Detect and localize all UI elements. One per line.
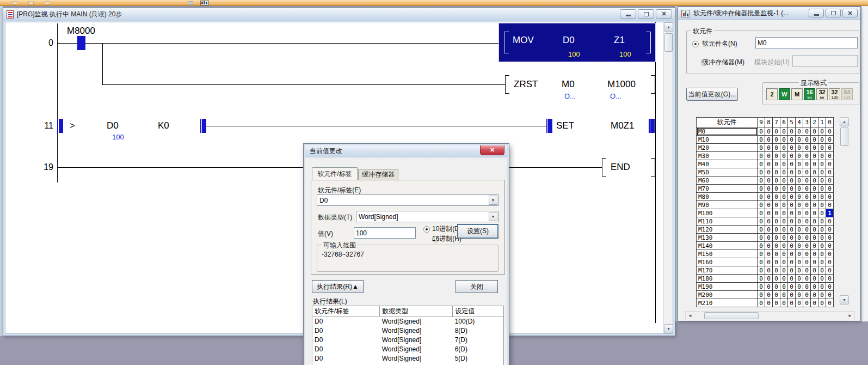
bit-value-cell[interactable]: 0 — [796, 226, 803, 234]
bit-value-cell[interactable]: 0 — [811, 209, 818, 217]
bit-value-cell[interactable]: 0 — [765, 275, 773, 283]
device-name-radio-label[interactable]: 软元件名(N) — [702, 39, 737, 48]
device-combobox[interactable]: D0 ▼ — [317, 194, 498, 206]
bit-value-cell[interactable]: 0 — [765, 193, 773, 201]
monitor-chart-icon[interactable] — [200, 1, 209, 5]
toolbar-icon[interactable] — [188, 1, 193, 5]
bit-value-cell[interactable]: 0 — [803, 275, 811, 283]
bit-value-cell[interactable]: 0 — [811, 299, 818, 307]
format-2-button[interactable]: 2 — [766, 88, 778, 100]
bit-value-cell[interactable]: 0 — [773, 283, 780, 291]
set-bracket-right-icon[interactable] — [649, 119, 655, 133]
bit-value-cell[interactable]: 0 — [788, 193, 796, 201]
bit-value-cell[interactable]: 0 — [758, 217, 765, 226]
decimal-radio[interactable] — [423, 226, 430, 233]
bit-value-cell[interactable]: 0 — [773, 242, 780, 250]
bit-value-cell[interactable]: 0 — [780, 226, 788, 234]
bit-value-cell[interactable]: 0 — [796, 234, 803, 242]
bit-value-cell[interactable]: 0 — [826, 226, 834, 234]
restore-icon[interactable] — [638, 9, 654, 19]
device-name-cell[interactable]: M70 — [697, 185, 758, 193]
bit-value-cell[interactable]: 0 — [818, 250, 826, 258]
bit-value-cell[interactable]: 0 — [811, 185, 818, 193]
bit-value-cell[interactable]: 0 — [826, 217, 834, 226]
table-scrollbar-thumb[interactable] — [840, 127, 848, 146]
bit-value-cell[interactable]: 0 — [758, 266, 765, 275]
bit-value-cell[interactable]: 0 — [818, 160, 826, 168]
change-current-value-button[interactable]: 当前值更改(G)... — [686, 88, 738, 101]
bit-value-cell[interactable]: 0 — [788, 217, 796, 226]
bit-value-cell[interactable]: 0 — [803, 242, 811, 250]
bit-value-cell[interactable]: 0 — [788, 209, 796, 217]
table-scroll-down-icon[interactable]: ▼ — [840, 295, 849, 305]
bit-value-cell[interactable]: 0 — [765, 283, 773, 291]
bit-value-cell[interactable]: 0 — [758, 258, 765, 266]
bit-value-cell[interactable]: 0 — [803, 185, 811, 193]
bit-value-cell[interactable]: 0 — [773, 144, 780, 152]
bit-value-cell[interactable]: 0 — [818, 168, 826, 177]
bit-value-cell[interactable]: 0 — [758, 168, 765, 177]
bit-value-cell[interactable]: 0 — [796, 177, 803, 185]
toolbar-icon[interactable] — [12, 1, 17, 5]
bit-value-cell[interactable]: 0 — [773, 266, 780, 275]
result-column-header[interactable]: 软元件/标签 — [312, 306, 380, 317]
device-name-cell[interactable]: M140 — [697, 242, 758, 250]
format-16-bit-button[interactable]: 16bit — [804, 88, 815, 100]
bit-value-cell[interactable]: 0 — [780, 209, 788, 217]
bit-value-cell[interactable]: 0 — [780, 275, 788, 283]
bit-value-cell[interactable]: 0 — [765, 127, 773, 136]
bit-value-cell[interactable]: 0 — [796, 266, 803, 275]
device-name-cell[interactable]: M190 — [697, 283, 758, 291]
bit-value-cell[interactable]: 0 — [773, 160, 780, 168]
bit-value-cell[interactable]: 0 — [788, 234, 796, 242]
bit-value-cell[interactable]: 0 — [780, 250, 788, 258]
bit-value-cell[interactable]: 0 — [803, 234, 811, 242]
bit-value-cell[interactable]: 0 — [826, 193, 834, 201]
bit-value-cell[interactable]: 0 — [803, 152, 811, 160]
bit-value-cell[interactable]: 0 — [788, 185, 796, 193]
bit-value-cell[interactable]: 0 — [765, 234, 773, 242]
bit-value-cell[interactable]: 0 — [818, 127, 826, 136]
bit-value-cell[interactable]: 0 — [765, 242, 773, 250]
bit-value-cell[interactable]: 0 — [780, 258, 788, 266]
bit-value-cell[interactable]: 0 — [765, 144, 773, 152]
bit-value-cell[interactable]: 0 — [780, 234, 788, 242]
bit-value-cell[interactable]: 0 — [796, 299, 803, 307]
bit-value-cell[interactable]: 0 — [758, 136, 765, 144]
bit-value-cell[interactable]: 0 — [811, 152, 818, 160]
contact-device-label[interactable]: M8000 — [67, 26, 95, 36]
bit-value-cell[interactable]: 0 — [780, 136, 788, 144]
bit-value-cell[interactable]: 0 — [818, 217, 826, 226]
bit-value-cell[interactable]: 0 — [758, 234, 765, 242]
bit-value-cell[interactable]: 0 — [773, 152, 780, 160]
bit-value-cell[interactable]: 0 — [788, 242, 796, 250]
bit-value-cell[interactable]: 0 — [803, 136, 811, 144]
bit-value-cell[interactable]: 0 — [765, 299, 773, 307]
result-row[interactable]: D0Word[Signed]7(D) — [312, 336, 503, 345]
bit-value-cell[interactable]: 0 — [758, 275, 765, 283]
bit-value-cell[interactable]: 0 — [773, 258, 780, 266]
bit-value-cell[interactable]: 0 — [788, 152, 796, 160]
bit-value-cell[interactable]: 0 — [818, 201, 826, 209]
zrst-d2[interactable]: M1000 — [607, 79, 636, 90]
device-name-cell[interactable]: M180 — [697, 275, 758, 283]
bit-value-cell[interactable]: 0 — [780, 201, 788, 209]
bit-value-cell[interactable]: 0 — [796, 201, 803, 209]
bit-value-cell[interactable]: 0 — [803, 283, 811, 291]
bit-value-cell[interactable]: 0 — [796, 283, 803, 291]
result-column-header[interactable]: 数据类型 — [380, 306, 453, 317]
bit-value-cell[interactable]: 0 — [811, 226, 818, 234]
exec-result-toggle-button[interactable]: 执行结果(R)▲ — [312, 280, 364, 293]
bit-value-cell[interactable]: 0 — [811, 242, 818, 250]
bit-value-cell[interactable]: 0 — [826, 299, 834, 307]
bit-value-cell[interactable]: 0 — [765, 209, 773, 217]
bit-value-cell[interactable]: 0 — [773, 136, 780, 144]
bit-value-cell[interactable]: 0 — [780, 299, 788, 307]
format-W-button[interactable]: W — [779, 88, 790, 100]
bit-value-cell[interactable]: 0 — [826, 266, 834, 275]
bit-value-cell[interactable]: 0 — [780, 217, 788, 226]
bit-value-cell[interactable]: 0 — [818, 209, 826, 217]
bit-value-cell[interactable]: 0 — [818, 291, 826, 299]
format-M-button[interactable]: M — [791, 88, 803, 100]
bit-value-cell[interactable]: 0 — [803, 144, 811, 152]
